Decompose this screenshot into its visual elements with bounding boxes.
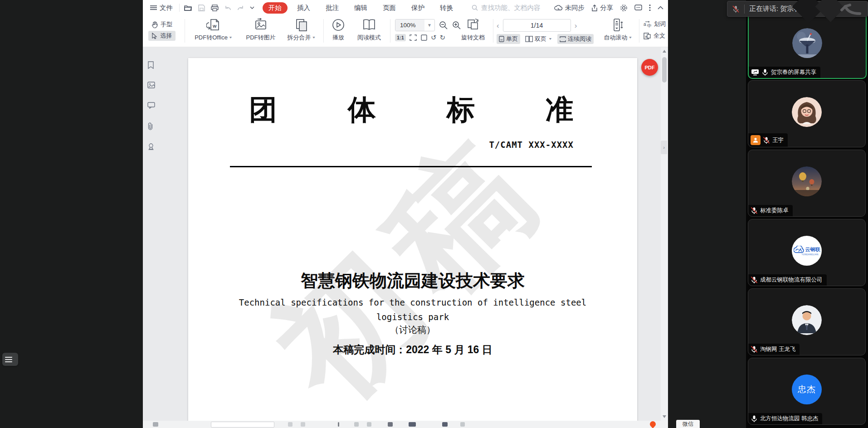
tab-convert[interactable]: 转换 [434,2,459,14]
double-page-button[interactable]: 双页 ▼ [523,34,555,44]
auto-scroll-button[interactable]: 自动滚动▼ [600,18,636,42]
prev-page-button[interactable]: ‹ [497,22,499,29]
fit-page-icon[interactable] [409,34,417,41]
divider [744,5,745,14]
taskbar-icon [409,422,416,427]
header-char: 标 [447,91,475,129]
zoom-out-icon[interactable] [439,21,448,30]
tab-protect[interactable]: 保护 [405,2,430,14]
taskbar-strip[interactable] [143,421,668,428]
participant-name-chip: 贺宗春的屏幕共享 [749,67,820,78]
tab-edit[interactable]: 编辑 [348,2,373,14]
pdf-page[interactable]: 初稿 团 体 标 准 T/CAMT XXX-XXXX 智慧钢铁物流园建设技术要求… [188,58,637,421]
taskbar-icon [288,422,293,427]
logo-text: 云钢联 [805,246,820,253]
collapse-toolbar-icon[interactable] [658,6,663,10]
hand-tool-button[interactable]: 手型 [148,19,176,29]
play-icon [332,18,345,32]
fit-width-icon[interactable] [420,34,428,41]
cloud-sync-button[interactable]: 未同步 [554,4,585,12]
play-label: 播放 [332,34,344,42]
undo-icon[interactable] [224,5,231,11]
word-translate-button[interactable]: a中 划词 [643,19,667,29]
pdf-to-image-button[interactable]: PDF转图片 [240,18,282,42]
save-icon[interactable] [198,5,205,11]
tab-comment[interactable]: 批注 [320,2,345,14]
continuous-read-button[interactable]: 连续阅读 [557,34,594,44]
participant-tile[interactable]: 云钢联 YUNGANGLIAN 成都云钢联物流有限公司 [748,219,866,286]
wps-pdf-window: 文件 开始 插入 批注 编辑 页面 保护 转换 查找功能、文档内容 [143,0,668,428]
pdf-to-office-button[interactable]: W PDF转Office▼ [189,18,238,42]
wechat-taskbar-item[interactable]: 微信 [676,420,700,428]
comments-panel-icon[interactable] [147,102,155,109]
next-page-button[interactable]: › [575,22,577,29]
tab-home[interactable]: 开始 [263,2,288,14]
rotate-document-button[interactable]: 旋转文档 [456,18,490,42]
taskbar-icon [354,422,359,427]
dropdown-caret-icon: ▼ [229,36,233,39]
thumbnail-image-icon[interactable] [147,82,155,88]
avatar: 云钢联 YUNGANGLIAN [792,236,822,266]
muted-mic-icon [751,276,758,284]
select-tool-button[interactable]: 选择 [148,31,176,41]
tab-page[interactable]: 页面 [377,2,402,14]
comment-bubble-icon[interactable] [634,5,642,11]
participant-tile[interactable]: 王宇 [748,80,866,147]
sidebar-expand-button[interactable]: › [661,141,667,154]
page-indicator[interactable]: 1/14 [503,19,571,32]
mic-icon [751,415,758,423]
tab-insert[interactable]: 插入 [291,2,316,14]
pdf-to-image-label: PDF转图片 [246,34,276,42]
participant-tile[interactable]: 标准委陈卓 [748,150,866,217]
man-avatar-image [792,305,822,335]
file-menu-label: 文件 [160,4,173,12]
draft-label: （讨论稿） [188,324,637,336]
actual-size-button[interactable]: 1:1 [395,34,406,41]
signature-stamp-icon[interactable] [147,143,155,150]
wps-floating-badge[interactable]: PDF [641,59,658,76]
toolbar: 手型 选择 W PDF转Office▼ PDF转图片 拆分合并▼ 播放 [143,15,668,47]
continuous-read-label: 连续阅读 [568,35,591,43]
single-page-label: 单页 [506,35,518,43]
desktop-widget-button[interactable] [2,353,18,366]
search-input[interactable]: 查找功能、文档内容 [472,4,553,12]
file-menu-button[interactable]: 文件 [146,4,176,12]
rotate-left-icon[interactable]: ↺ [431,34,437,42]
split-merge-button[interactable]: 拆分合并▼ [282,18,322,42]
hand-icon [151,21,158,28]
sync-status-label: 未同步 [565,4,585,12]
continuous-read-icon [560,36,566,42]
scroll-up-arrow[interactable] [663,50,666,53]
single-page-button[interactable]: 单页 [497,34,520,44]
bookmark-icon[interactable] [147,61,154,69]
settings-gear-icon[interactable] [620,4,628,12]
participant-name-chip: 王宇 [748,133,788,147]
scrollbar-thumb[interactable] [662,57,667,83]
header-char: 体 [348,91,376,129]
muted-mic-icon [751,207,758,214]
divider [179,4,180,12]
avatar: 忠杰 [792,374,822,404]
document-viewport: 初稿 团 体 标 准 T/CAMT XXX-XXXX 智慧钢铁物流园建设技术要求… [143,47,668,421]
participant-tile[interactable]: 淘钢网 王龙飞 [748,288,866,355]
share-button[interactable]: 分享 [591,4,613,12]
dropdown-caret-icon: ▼ [548,37,552,41]
play-button[interactable]: 播放 [326,18,351,42]
open-folder-icon[interactable] [184,5,192,11]
double-page-icon [525,36,533,42]
read-mode-button[interactable]: 阅读模式 [351,18,387,42]
zoom-select[interactable]: 100% ▼ [395,19,435,31]
scroll-down-arrow[interactable] [663,415,666,418]
participant-tile[interactable]: 忠杰 北方恒达物流园 韩忠杰 [748,358,866,425]
quick-access-dropdown-icon[interactable] [250,6,254,10]
print-icon[interactable] [211,5,219,11]
pdf-to-office-label: PDF转Office [195,34,228,42]
rotate-right-icon[interactable]: ↻ [439,34,445,42]
more-menu-icon[interactable] [649,4,651,11]
taskbar-icon [460,422,465,427]
full-translate-button[interactable]: a 全文 [643,31,667,40]
redo-icon[interactable] [237,5,244,11]
menu-bar: 文件 开始 插入 批注 编辑 页面 保护 转换 查找功能、文档内容 [143,0,668,15]
vertical-scrollbar[interactable] [661,47,668,421]
attachment-icon[interactable] [147,122,153,130]
